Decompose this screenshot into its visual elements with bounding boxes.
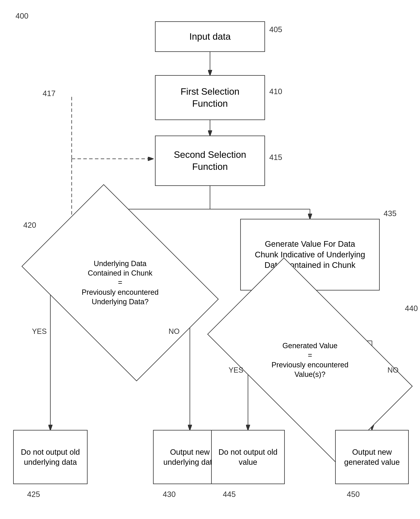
- ref-435: 435: [383, 209, 397, 218]
- figure-label: 400: [15, 12, 29, 20]
- first-selection-label: First SelectionFunction: [180, 86, 240, 110]
- box-450: Output new generated value: [335, 430, 409, 484]
- diamond-440-wrapper: Generated Value=Previously encounteredVa…: [219, 306, 401, 415]
- ref-425: 425: [27, 490, 40, 499]
- box-445: Do not output old value: [211, 430, 285, 484]
- diagram-container: 400 Input data 405 First SelectionFuncti…: [0, 0, 420, 519]
- generate-value-label: Generate Value For DataChunk Indicative …: [255, 239, 365, 271]
- box-450-label: Output new generated value: [338, 447, 406, 467]
- generate-value-box: Generate Value For DataChunk Indicative …: [240, 219, 380, 290]
- box-445-label: Do not output old value: [214, 447, 282, 467]
- ref-420: 420: [23, 221, 36, 230]
- ref-440: 440: [405, 304, 418, 313]
- ref-415: 415: [269, 153, 282, 162]
- input-data-box: Input data: [155, 21, 265, 52]
- input-data-label: Input data: [189, 31, 231, 43]
- ref-450: 450: [347, 490, 360, 499]
- diamond-440: Generated Value=Previously encounteredVa…: [219, 306, 401, 415]
- box-425: Do not output old underlying data: [13, 430, 88, 484]
- ref-405: 405: [269, 25, 282, 34]
- first-selection-box: First SelectionFunction: [155, 75, 265, 120]
- second-selection-box: Second SelectionFunction: [155, 136, 265, 186]
- ref-417: 417: [43, 89, 56, 98]
- diamond-420-wrapper: Underlying DataContained in Chunk=Previo…: [39, 225, 202, 341]
- second-selection-label: Second SelectionFunction: [174, 149, 246, 173]
- ref-445: 445: [223, 490, 236, 499]
- box-425-label: Do not output old underlying data: [16, 447, 85, 467]
- diamond-420: Underlying DataContained in Chunk=Previo…: [39, 225, 202, 341]
- ref-410: 410: [269, 87, 282, 96]
- diamond-420-text: Underlying DataContained in Chunk=Previo…: [39, 225, 202, 341]
- ref-430: 430: [163, 490, 176, 499]
- diamond-440-text: Generated Value=Previously encounteredVa…: [219, 306, 401, 415]
